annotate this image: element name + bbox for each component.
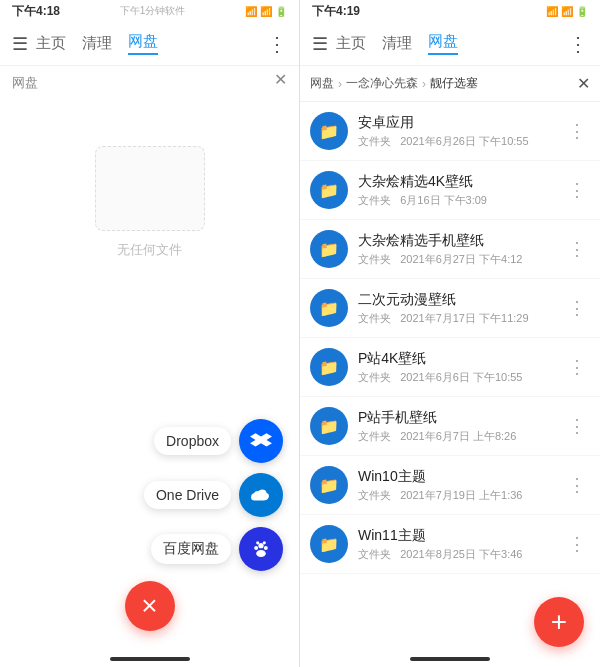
- file-more-icon[interactable]: ⋮: [564, 352, 590, 382]
- right-menu-icon[interactable]: ☰: [312, 33, 328, 55]
- file-info: Win10主题 文件夹 2021年7月19日 上午1:36: [358, 468, 564, 503]
- right-nav-cloud[interactable]: 网盘: [428, 32, 458, 55]
- left-status-bar: 下午4:18 下午1分钟软件 📶 📶 🔋: [0, 0, 299, 22]
- file-meta: 文件夹 2021年6月27日 下午4:12: [358, 252, 564, 267]
- file-name: 安卓应用: [358, 114, 564, 132]
- left-close-icon[interactable]: ✕: [274, 70, 287, 89]
- right-indicator-bar: [410, 657, 490, 661]
- empty-text: 无任何文件: [117, 241, 182, 259]
- file-meta: 文件夹 6月16日 下午3:09: [358, 193, 564, 208]
- file-more-icon[interactable]: ⋮: [564, 293, 590, 323]
- left-fab-button[interactable]: ×: [125, 581, 175, 631]
- right-fab-button[interactable]: +: [534, 597, 584, 647]
- file-more-icon[interactable]: ⋮: [564, 470, 590, 500]
- file-item[interactable]: 📁 大杂烩精选手机壁纸 文件夹 2021年6月27日 下午4:12 ⋮: [300, 220, 600, 279]
- file-name: Win11主题: [358, 527, 564, 545]
- onedrive-label: One Drive: [144, 481, 231, 509]
- file-more-icon[interactable]: ⋮: [564, 116, 590, 146]
- onedrive-button[interactable]: [239, 473, 283, 517]
- breadcrumb-close-icon[interactable]: ✕: [577, 74, 590, 93]
- left-nav-clean[interactable]: 清理: [82, 34, 112, 53]
- baidu-label: 百度网盘: [151, 534, 231, 564]
- left-nav-cloud[interactable]: 网盘: [128, 32, 158, 55]
- left-nav-items: 主页 清理 网盘: [36, 32, 267, 55]
- left-time: 下午4:18: [12, 3, 60, 20]
- right-time: 下午4:19: [312, 3, 360, 20]
- folder-icon: 📁: [310, 407, 348, 445]
- svg-marker-0: [250, 433, 272, 446]
- left-nav-more-icon[interactable]: ⋮: [267, 32, 287, 56]
- left-indicator-bar: [110, 657, 190, 661]
- folder-symbol: 📁: [319, 181, 339, 200]
- left-status-icons: 📶 📶 🔋: [245, 6, 287, 17]
- right-nav-bar: ☰ 主页 清理 网盘 ⋮: [300, 22, 600, 66]
- folder-icon: 📁: [310, 348, 348, 386]
- svg-point-6: [263, 541, 266, 544]
- breadcrumb-root[interactable]: 网盘: [310, 75, 334, 92]
- file-name: P站4K壁纸: [358, 350, 564, 368]
- file-meta: 文件夹 2021年8月25日 下午3:46: [358, 547, 564, 562]
- breadcrumb-bar: 网盘 › 一念净心先森 › 靓仔选塞 ✕: [300, 66, 600, 102]
- dropbox-item[interactable]: Dropbox: [154, 419, 283, 463]
- file-item[interactable]: 📁 P站4K壁纸 文件夹 2021年6月6日 下午10:55 ⋮: [300, 338, 600, 397]
- file-info: P站手机壁纸 文件夹 2021年6月7日 上午8:26: [358, 409, 564, 444]
- file-item[interactable]: 📁 安卓应用 文件夹 2021年6月26日 下午10:55 ⋮: [300, 102, 600, 161]
- left-fab-icon: ×: [141, 590, 157, 622]
- right-fab-icon: +: [551, 606, 567, 638]
- right-wifi-icon: 📶: [561, 6, 573, 17]
- right-nav-more-icon[interactable]: ⋮: [568, 32, 588, 56]
- right-status-icons: 📶 📶 🔋: [546, 6, 588, 17]
- svg-point-1: [258, 543, 263, 548]
- svg-point-5: [256, 541, 259, 544]
- breadcrumb-current: 靓仔选塞: [430, 75, 478, 92]
- file-more-icon[interactable]: ⋮: [564, 411, 590, 441]
- file-name: 二次元动漫壁纸: [358, 291, 564, 309]
- file-item[interactable]: 📁 P站手机壁纸 文件夹 2021年6月7日 上午8:26 ⋮: [300, 397, 600, 456]
- folder-symbol: 📁: [319, 122, 339, 141]
- file-name: Win10主题: [358, 468, 564, 486]
- file-meta: 文件夹 2021年6月7日 上午8:26: [358, 429, 564, 444]
- onedrive-item[interactable]: One Drive: [144, 473, 283, 517]
- file-more-icon[interactable]: ⋮: [564, 529, 590, 559]
- file-item[interactable]: 📁 Win10主题 文件夹 2021年7月19日 上午1:36 ⋮: [300, 456, 600, 515]
- right-panel: 下午4:19 📶 📶 🔋 ☰ 主页 清理 网盘 ⋮ 网盘 › 一念净心先森 › …: [300, 0, 600, 667]
- file-item[interactable]: 📁 二次元动漫壁纸 文件夹 2021年7月17日 下午11:29 ⋮: [300, 279, 600, 338]
- file-item[interactable]: 📁 大杂烩精选4K壁纸 文件夹 6月16日 下午3:09 ⋮: [300, 161, 600, 220]
- folder-symbol: 📁: [319, 417, 339, 436]
- file-more-icon[interactable]: ⋮: [564, 234, 590, 264]
- left-nav-home[interactable]: 主页: [36, 34, 66, 53]
- right-status-bar: 下午4:19 📶 📶 🔋: [300, 0, 600, 22]
- folder-symbol: 📁: [319, 476, 339, 495]
- breadcrumb-parent[interactable]: 一念净心先森: [346, 75, 418, 92]
- right-nav-clean[interactable]: 清理: [382, 34, 412, 53]
- folder-icon: 📁: [310, 525, 348, 563]
- file-name: 大杂烩精选手机壁纸: [358, 232, 564, 250]
- file-name: P站手机壁纸: [358, 409, 564, 427]
- folder-symbol: 📁: [319, 535, 339, 554]
- breadcrumb-arrow-2: ›: [422, 77, 426, 91]
- baidu-item[interactable]: 百度网盘: [151, 527, 283, 571]
- right-signal-icon: 📶: [546, 6, 558, 17]
- left-content: 网盘 ✕ 无任何文件 Dropbox One Drive: [0, 66, 299, 651]
- file-item[interactable]: 📁 Win11主题 文件夹 2021年8月25日 下午3:46 ⋮: [300, 515, 600, 574]
- dropbox-button[interactable]: [239, 419, 283, 463]
- right-nav-items: 主页 清理 网盘: [336, 32, 568, 55]
- signal-icon: 📶: [245, 6, 257, 17]
- file-info: 大杂烩精选4K壁纸 文件夹 6月16日 下午3:09: [358, 173, 564, 208]
- left-menu-icon[interactable]: ☰: [12, 33, 28, 55]
- file-meta: 文件夹 2021年7月17日 下午11:29: [358, 311, 564, 326]
- folder-icon: 📁: [310, 230, 348, 268]
- right-panel-wrapper: 📁 安卓应用 文件夹 2021年6月26日 下午10:55 ⋮ 📁 大杂烩精选4…: [300, 102, 600, 667]
- right-nav-home[interactable]: 主页: [336, 34, 366, 53]
- cloud-services: Dropbox One Drive 百度网盘: [144, 419, 283, 571]
- dropbox-icon: [250, 430, 272, 452]
- file-info: 二次元动漫壁纸 文件夹 2021年7月17日 下午11:29: [358, 291, 564, 326]
- empty-box: [95, 146, 205, 231]
- baidu-button[interactable]: [239, 527, 283, 571]
- file-meta: 文件夹 2021年7月19日 上午1:36: [358, 488, 564, 503]
- folder-icon: 📁: [310, 171, 348, 209]
- file-more-icon[interactable]: ⋮: [564, 175, 590, 205]
- file-meta: 文件夹 2021年6月26日 下午10:55: [358, 134, 564, 149]
- onedrive-icon: [250, 486, 272, 504]
- right-battery-icon: 🔋: [576, 6, 588, 17]
